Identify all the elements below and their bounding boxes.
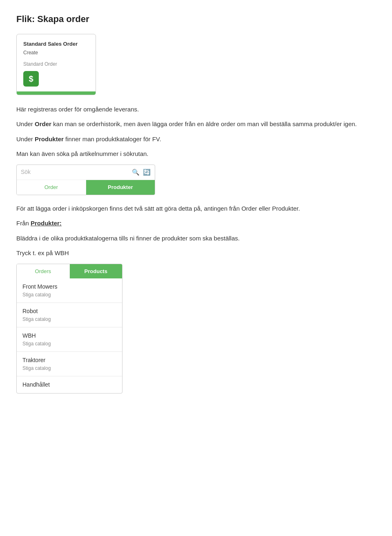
- product-name: Traktorer: [22, 356, 116, 365]
- order-description: Under Order kan man se orderhistorik, me…: [16, 120, 376, 129]
- page-title: Flik: Skapa order: [16, 12, 376, 26]
- green-bar-decoration: [17, 91, 96, 95]
- tab-produkter[interactable]: Produkter: [86, 180, 155, 195]
- search-description: Man kan även söka på artikelnummer i sök…: [16, 149, 376, 159]
- produkter-description: Under Produkter finner man produktkatalo…: [16, 135, 376, 144]
- search-tabs: Order Produkter: [17, 180, 155, 195]
- search-placeholder: Sök: [21, 168, 129, 176]
- product-name: Front Mowers: [22, 282, 116, 291]
- p2-suffix: kan man se orderhistorik, men även lägga…: [51, 120, 357, 127]
- product-catalog: Stiga catalog: [22, 340, 116, 347]
- p3-suffix: finner man produktkataloger för FV.: [64, 136, 161, 142]
- list-item[interactable]: Front MowersStiga catalog: [17, 278, 122, 303]
- order-card-title: Standard Sales Order: [23, 40, 89, 48]
- tab-orders[interactable]: Orders: [17, 264, 70, 279]
- tab-order[interactable]: Order: [17, 180, 86, 195]
- p6-prefix: Från: [16, 220, 31, 227]
- order-instruction: För att lägga order i inköpskorgen finns…: [16, 204, 376, 214]
- list-item[interactable]: RobotStiga catalog: [17, 303, 122, 327]
- product-name: Handhållet: [22, 380, 116, 389]
- p2-bold: Order: [35, 120, 51, 127]
- list-item[interactable]: TraktorerStiga catalog: [17, 352, 122, 376]
- order-card: Standard Sales Order Create Standard Ord…: [16, 34, 96, 95]
- product-catalog: Stiga catalog: [22, 365, 116, 372]
- list-item[interactable]: WBHStiga catalog: [17, 327, 122, 352]
- tab-products-active[interactable]: Products: [70, 264, 122, 279]
- product-list: Front MowersStiga catalogRobotStiga cata…: [17, 278, 122, 393]
- product-catalog: Stiga catalog: [22, 316, 116, 323]
- p6-bold: Produkter:: [31, 220, 62, 227]
- intro-paragraph: Här registreras order för omgående lever…: [16, 105, 376, 114]
- product-name: WBH: [22, 331, 116, 340]
- search-icon[interactable]: 🔍: [132, 168, 140, 177]
- search-widget: Sök 🔍 🔄 Order Produkter: [16, 165, 155, 195]
- wbh-instruction: Tryck t. ex på WBH: [16, 249, 376, 258]
- order-card-subtitle: Create: [23, 49, 89, 56]
- list-item[interactable]: Handhållet: [17, 376, 122, 393]
- p3-prefix: Under: [16, 136, 35, 142]
- p3-bold: Produkter: [35, 136, 64, 142]
- product-name: Robot: [22, 307, 116, 316]
- dollar-icon: $: [23, 71, 39, 87]
- refresh-icon[interactable]: 🔄: [143, 168, 151, 177]
- product-catalog: Stiga catalog: [22, 291, 116, 298]
- order-card-subtext: Standard Order: [23, 60, 89, 68]
- browse-instruction: Bläddra i de olika produktkatalogerna ti…: [16, 234, 376, 243]
- from-produkter-heading: Från Produkter:: [16, 219, 376, 228]
- products-widget: Orders Products Front MowersStiga catalo…: [16, 264, 122, 394]
- search-row[interactable]: Sök 🔍 🔄: [17, 165, 155, 180]
- p2-prefix: Under: [16, 120, 35, 127]
- products-tab-row: Orders Products: [17, 264, 122, 279]
